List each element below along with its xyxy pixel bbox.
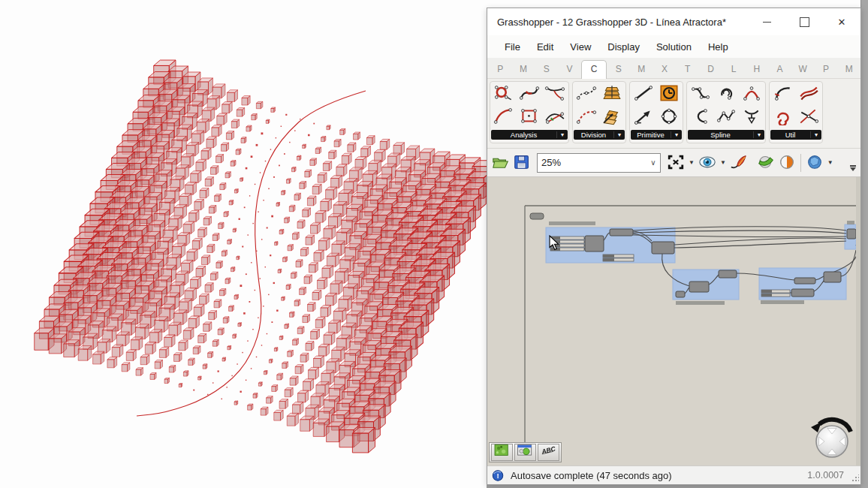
component-tab-m-15[interactable]: M [837,64,860,78]
component-tab-t-8[interactable]: T [676,64,699,78]
menu-display[interactable]: Display [599,39,648,55]
component-tab-p-0[interactable]: P [489,64,512,78]
sketch-tool-button[interactable] [728,152,749,173]
minimize-button[interactable] [748,8,785,35]
component-tab-s-2[interactable]: S [535,64,558,78]
slider-grip[interactable] [761,290,772,293]
toggle-labels-button[interactable]: ABC [538,444,559,461]
canvas-widget[interactable] [530,213,544,219]
component-tab-w-13[interactable]: W [791,64,815,78]
divide-curve-button[interactable] [574,83,599,106]
zoom-level-combobox[interactable]: 25% ∨ [537,153,661,173]
component-tab-p-14[interactable]: P [815,64,838,78]
maximize-button[interactable] [785,8,823,35]
node-component[interactable] [676,291,685,297]
blend-curve-button[interactable] [688,106,713,129]
open-folder-icon [492,152,510,173]
wireframe-preview-button[interactable] [755,152,776,173]
menu-edit[interactable]: Edit [529,39,562,55]
node-component[interactable] [652,242,674,254]
node-component[interactable] [791,289,814,297]
polyline-seg-button[interactable] [713,106,739,129]
dropdown-caret-icon[interactable]: ▼ [825,159,836,166]
curve-frame-circle-button[interactable] [491,83,517,106]
rect-region-button[interactable] [517,106,542,129]
interval-clock-button[interactable] [656,83,682,106]
custom-preview-button[interactable] [804,152,825,173]
rhino-viewport-attractor-boxes[interactable] [0,0,487,488]
node-component[interactable] [585,236,604,252]
close-button[interactable]: ✕ [823,8,860,35]
group-expand-arrow-icon[interactable]: ▾ [556,131,568,138]
zoom-extents-button[interactable] [665,152,686,173]
show-toolbox-button[interactable] [491,444,513,461]
status-message: Autosave complete (47 seconds ago) [506,470,672,481]
component-tab-s-5[interactable]: S [607,64,630,78]
component-tab-c-4[interactable]: C [581,60,607,79]
component-tab-h-11[interactable]: H [746,64,769,78]
shaded-preview-button[interactable] [776,152,797,173]
group-label-analysis[interactable]: Analysis▾ [491,130,568,140]
component-tab-m-1[interactable]: M [512,64,535,78]
capture-viewport-button[interactable] [514,444,536,461]
node-component[interactable] [824,272,841,282]
group-label-spline[interactable]: Spline▾ [688,130,764,140]
group-expand-arrow-icon[interactable]: ▾ [613,131,625,138]
dropdown-caret-icon[interactable]: ▼ [686,159,697,166]
definition-canvas[interactable]: ABC [487,177,860,465]
slider-grip[interactable] [603,258,614,261]
ribbon-group-analysis: Analysis▾ [490,81,569,143]
group-label-division[interactable]: Division▾ [574,130,625,140]
node-component[interactable] [847,229,856,239]
resize-grip[interactable] [851,474,859,482]
menu-view[interactable]: View [562,39,599,55]
group-expand-arrow-icon[interactable]: ▾ [671,131,682,138]
preview-mode-button[interactable] [697,152,718,173]
node-component[interactable] [689,282,709,292]
node-component[interactable] [610,229,633,236]
canvas-rotate-compass-widget[interactable] [809,415,855,463]
vector-line-button[interactable] [631,106,656,129]
offset-waves-button[interactable] [796,83,821,106]
menu-help[interactable]: Help [700,39,737,55]
component-tab-v-3[interactable]: V [558,64,581,78]
curve-branch-button[interactable] [542,83,568,106]
menu-file[interactable]: File [496,39,529,55]
group-expand-arrow-icon[interactable]: ▾ [810,131,821,138]
component-tab-d-9[interactable]: D [699,64,722,78]
contour-sheets-button[interactable] [599,106,625,129]
tangent-lines-button[interactable] [542,106,568,129]
node-component[interactable] [794,278,815,284]
dash-pattern-button[interactable] [574,106,599,129]
fillet-curve-button[interactable] [770,83,796,106]
arc-3pt-button[interactable] [739,83,764,106]
curve-s-button[interactable] [517,83,542,106]
menu-solution[interactable]: Solution [648,39,700,55]
arc-segment-button[interactable] [491,106,517,129]
seam-coil-button[interactable] [770,106,796,129]
group-label-util[interactable]: Util▾ [770,130,821,140]
component-tab-l-10[interactable]: L [722,64,746,78]
component-tab-a-12[interactable]: A [768,64,791,78]
nurbs-coil-button[interactable] [713,83,739,106]
bezier-handles-button[interactable] [688,83,713,106]
component-tab-x-7[interactable]: X [653,64,677,78]
group-expand-arrow-icon[interactable]: ▾ [753,131,764,138]
dropdown-caret-icon[interactable]: ▼ [718,159,728,166]
group-label-primitive[interactable]: Primitive▾ [631,130,682,140]
project-cross-button[interactable] [796,106,821,129]
toolbar-collapse-button[interactable] [848,161,858,174]
line-segment-button[interactable] [631,83,656,106]
rect-region-icon [519,107,540,128]
tween-split-button[interactable] [739,106,764,129]
node-component[interactable] [719,270,737,278]
component-tab-m-6[interactable]: M [630,64,653,78]
titlebar[interactable]: Grasshopper - 12 Grasshopper 3D - Línea … [487,8,860,35]
open-file-button[interactable] [490,152,511,173]
circle-primitive-button[interactable] [656,106,682,129]
save-file-button[interactable] [511,152,532,173]
slider-grip[interactable] [761,294,772,297]
slider-grip[interactable] [603,255,614,258]
contour-stack-button[interactable] [599,83,625,106]
close-icon: ✕ [838,17,846,28]
